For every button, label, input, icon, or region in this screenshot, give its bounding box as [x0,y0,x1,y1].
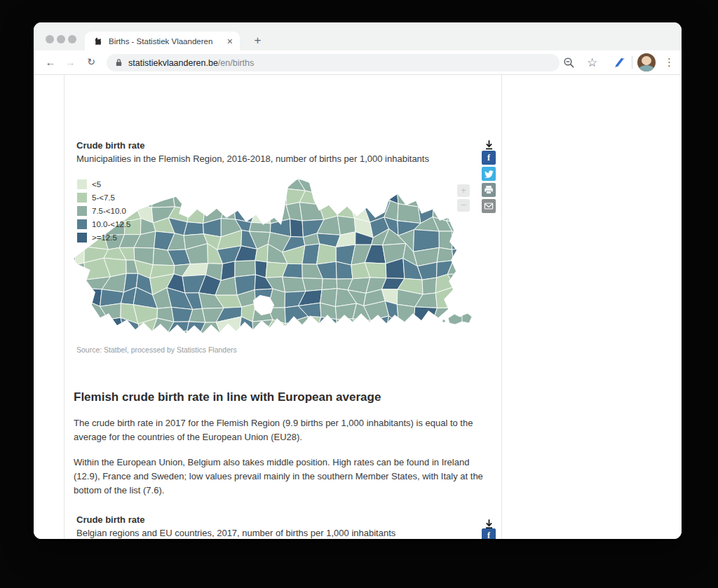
map-source-text: Source: Statbel, processed by Statistics… [76,346,237,354]
email-share-icon[interactable] [482,199,496,213]
legend-label: 7.5-<10.0 [92,207,126,215]
legend-label: >=12.5 [92,233,117,242]
legend-swatch [77,206,87,216]
browser-tab[interactable]: Births - Statistiek Vlaanderen × [85,32,240,50]
legend-item: 7.5-<10.0 [77,204,130,217]
forward-button[interactable]: → [63,56,77,68]
extension-pen-icon[interactable] [613,56,626,72]
profile-avatar[interactable] [637,53,656,71]
legend-swatch [77,233,87,242]
twitter-share-icon[interactable] [482,167,496,181]
bar-figure-subtitle: Belgian regions and EU countries, 2017, … [76,528,395,538]
map-figure-subtitle: Municipalities in the Flemish Region, 20… [76,153,429,164]
legend-item: <5 [77,177,130,191]
legend-label: <5 [92,180,101,189]
legend-item: 10.0-<12.5 [77,217,130,231]
browser-window: Births - Statistiek Vlaanderen × + ← → ↻… [34,22,682,539]
page-content: Crude birth rate Municipalities in the F… [34,75,682,539]
content-right-border [501,75,502,539]
tab-close-icon[interactable]: × [226,36,234,46]
url-text: statistiekvlaanderen.be/en/births [128,58,254,68]
tab-favicon-flanders-lion-icon [93,36,103,46]
download-icon[interactable] [482,137,496,151]
zoom-out-magnifier-icon[interactable] [563,57,575,71]
address-bar[interactable]: statistiekvlaanderen.be/en/births [107,54,560,71]
map-legend: <55-<7.57.5-<10.010.0-<12.5>=12.5 [77,177,130,244]
back-button[interactable]: ← [43,56,57,68]
lock-icon[interactable] [115,58,123,67]
legend-label: 10.0-<12.5 [92,220,130,228]
bookmark-star-icon[interactable]: ☆ [587,55,597,70]
tab-strip: Births - Statistiek Vlaanderen × + [34,22,682,50]
print-share-icon[interactable] [482,183,496,197]
flanders-choropleth-map[interactable] [72,176,473,336]
window-close-button[interactable] [46,35,54,43]
article-paragraph-2: Within the European Union, Belgium also … [74,456,493,498]
map-zoom-out-button[interactable]: − [457,199,470,212]
menu-kebab-icon[interactable]: ⋮ [664,56,675,69]
legend-swatch [77,179,87,189]
legend-label: 5-<7.5 [92,193,115,202]
legend-swatch [77,193,87,203]
voeren-exclave [442,313,472,324]
url-domain: statistiekvlaanderen.be [128,58,218,68]
facebook-share-icon[interactable]: f [482,528,496,539]
legend-swatch [77,219,87,229]
window-zoom-button[interactable] [68,35,76,43]
reload-button[interactable]: ↻ [84,56,98,67]
municipality-cells [72,176,473,336]
content-left-border [64,75,65,539]
tab-title: Births - Statistiek Vlaanderen [109,37,226,46]
url-path: /en/births [218,58,254,68]
legend-item: 5-<7.5 [77,191,130,204]
article-heading: Flemish crude birth rate in line with Eu… [74,390,381,404]
map-figure-title: Crude birth rate [76,140,145,151]
new-tab-button[interactable]: + [248,32,267,50]
toolbar-separator [632,56,632,69]
legend-item: >=12.5 [77,231,130,244]
article-paragraph-1: The crude birth rate in 2017 for the Fle… [74,416,493,444]
facebook-share-icon[interactable]: f [482,151,496,165]
map-zoom-in-button[interactable]: + [457,184,470,197]
bar-figure-title: Crude birth rate [76,514,145,525]
window-minimize-button[interactable] [57,35,65,43]
